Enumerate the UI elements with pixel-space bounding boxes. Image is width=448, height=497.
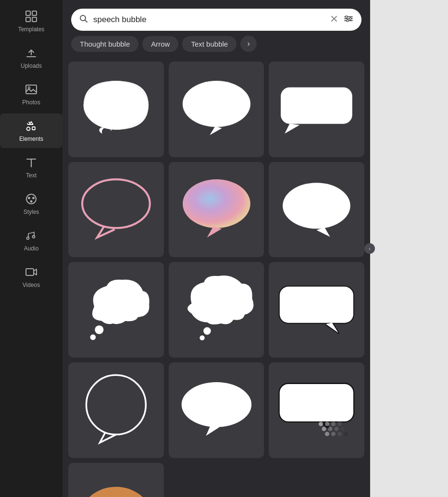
- svg-rect-3: [32, 17, 37, 22]
- upload-icon: [25, 46, 38, 60]
- svg-rect-40: [280, 384, 353, 422]
- sidebar-item-audio-label: Audio: [24, 245, 39, 252]
- sidebar-item-elements[interactable]: Elements: [0, 113, 62, 148]
- svg-rect-36: [280, 287, 353, 323]
- sidebar-item-photos-label: Photos: [22, 99, 40, 106]
- svg-point-34: [199, 335, 204, 340]
- chip-text-bubble[interactable]: Text bubble: [182, 36, 236, 52]
- sidebar-item-templates[interactable]: Templates: [0, 4, 62, 38]
- sidebar-item-uploads-label: Uploads: [21, 62, 42, 69]
- svg-point-48: [341, 427, 345, 431]
- sidebar-item-styles[interactable]: Styles: [0, 186, 62, 221]
- svg-point-30: [283, 183, 350, 229]
- audio-icon: [25, 229, 38, 242]
- bubble-svg-7: [75, 269, 157, 350]
- svg-point-33: [203, 327, 211, 335]
- bubble-svg-2: [176, 69, 257, 150]
- bubble-svg-1: [75, 69, 157, 150]
- bubble-svg-13: [68, 463, 164, 497]
- svg-point-7: [27, 127, 30, 131]
- sidebar-item-text-label: Text: [26, 172, 37, 179]
- bubble-item-11[interactable]: [169, 362, 264, 458]
- svg-point-52: [344, 432, 348, 436]
- search-filter-button[interactable]: [343, 13, 354, 26]
- svg-point-20: [349, 18, 351, 20]
- styles-icon: [25, 192, 38, 206]
- elements-icon: [25, 119, 38, 133]
- svg-point-28: [82, 179, 150, 228]
- bubble-item-3[interactable]: [269, 62, 364, 157]
- bubble-item-4[interactable]: [68, 162, 164, 258]
- bubble-svg-6: [276, 169, 357, 250]
- svg-point-47: [335, 427, 339, 431]
- svg-point-31: [95, 325, 103, 334]
- bubble-item-10[interactable]: [68, 362, 164, 458]
- svg-point-45: [322, 427, 326, 431]
- bubble-item-13[interactable]: [68, 463, 164, 497]
- sidebar-item-elements-label: Elements: [19, 136, 43, 142]
- svg-point-25: [183, 81, 250, 127]
- bubble-svg-8: [176, 269, 257, 350]
- svg-point-21: [347, 20, 348, 22]
- bubble-item-8[interactable]: [169, 262, 264, 358]
- chip-thought-bubble[interactable]: Thought bubble: [71, 36, 138, 52]
- svg-rect-0: [26, 11, 30, 15]
- bubble-svg-9: [276, 269, 357, 350]
- search-container: speech bubble: [62, 0, 370, 36]
- bubble-item-6[interactable]: [269, 162, 364, 258]
- bubble-svg-12: [276, 370, 357, 451]
- main-panel: speech bubble Thought bubble: [62, 0, 370, 497]
- svg-point-9: [28, 197, 30, 199]
- sidebar-item-videos-label: Videos: [23, 282, 40, 288]
- sidebar-item-photos[interactable]: Photos: [0, 77, 62, 112]
- bubble-item-7[interactable]: [68, 262, 164, 358]
- chip-arrow[interactable]: Arrow: [142, 36, 178, 52]
- svg-rect-2: [26, 17, 30, 22]
- bubble-item-2[interactable]: [169, 62, 264, 157]
- grid-icon: [25, 10, 38, 23]
- svg-rect-4: [26, 85, 37, 94]
- search-clear-button[interactable]: [330, 14, 338, 25]
- svg-point-32: [90, 335, 96, 340]
- svg-point-42: [325, 422, 329, 426]
- svg-point-41: [319, 422, 323, 426]
- sidebar-item-videos[interactable]: Videos: [0, 260, 62, 294]
- elements-grid: [68, 62, 364, 497]
- bubble-svg-10: [75, 370, 157, 451]
- sidebar-item-templates-label: Templates: [18, 26, 45, 33]
- bubble-item-5[interactable]: [169, 162, 264, 258]
- svg-point-13: [33, 236, 35, 238]
- bubble-item-1[interactable]: [68, 62, 164, 157]
- svg-point-44: [337, 422, 342, 426]
- image-icon: [25, 83, 38, 96]
- svg-rect-6: [32, 127, 35, 130]
- sidebar-item-text[interactable]: Text: [0, 150, 62, 185]
- bubble-item-12[interactable]: [269, 362, 364, 458]
- bubble-svg-11: [176, 370, 257, 451]
- search-input[interactable]: speech bubble: [93, 15, 325, 25]
- text-icon: [25, 156, 38, 169]
- elements-grid-scroll[interactable]: [62, 59, 370, 497]
- svg-point-29: [183, 179, 250, 228]
- collapse-panel-button[interactable]: ‹: [364, 243, 375, 254]
- svg-point-49: [325, 432, 329, 436]
- svg-point-37: [86, 375, 146, 435]
- search-bar: speech bubble: [71, 9, 361, 31]
- bubble-svg-5: [176, 169, 257, 250]
- bubble-svg-3: [276, 69, 357, 150]
- bubble-item-9[interactable]: [269, 262, 364, 358]
- search-icon: [79, 14, 88, 25]
- svg-point-19: [346, 16, 348, 18]
- sidebar-item-styles-label: Styles: [24, 209, 39, 215]
- sidebar-item-uploads[interactable]: Uploads: [0, 40, 62, 75]
- sidebar: Templates Uploads Photos Elements Text: [0, 0, 62, 497]
- svg-point-11: [30, 200, 33, 203]
- sidebar-item-audio[interactable]: Audio: [0, 223, 62, 258]
- svg-point-43: [331, 422, 336, 426]
- bubble-svg-4: [75, 169, 157, 250]
- svg-rect-14: [26, 269, 34, 275]
- chips-row: Thought bubble Arrow Text bubble ›: [62, 36, 370, 59]
- svg-rect-1: [32, 11, 37, 15]
- svg-point-5: [28, 87, 30, 89]
- chips-more-button[interactable]: ›: [240, 36, 257, 52]
